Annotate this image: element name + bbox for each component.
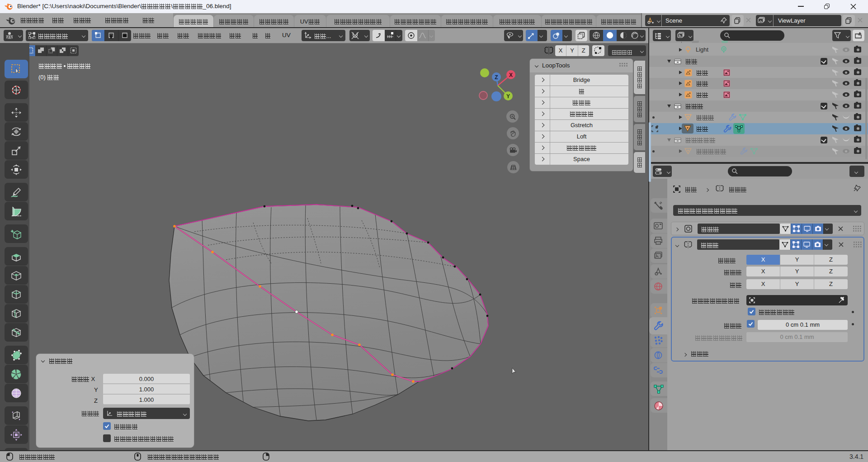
svg-text:Z: Z: [495, 74, 498, 81]
svg-text:Y: Y: [506, 93, 510, 100]
svg-text:X: X: [509, 72, 513, 78]
